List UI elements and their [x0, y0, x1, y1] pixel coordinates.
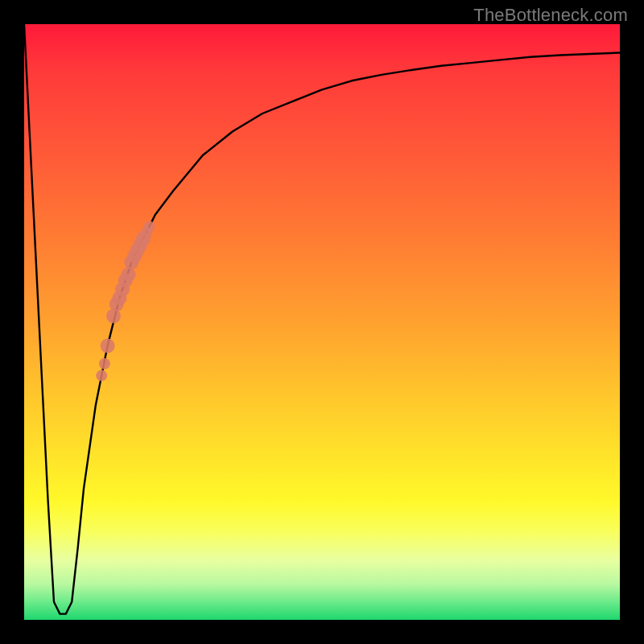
- plot-area: [24, 24, 620, 620]
- scatter-point: [99, 358, 110, 369]
- chart-svg: [24, 24, 620, 620]
- chart-frame: TheBottleneck.com: [0, 0, 644, 644]
- scatter-point: [143, 221, 155, 233]
- scatter-point: [96, 370, 107, 382]
- watermark-text: TheBottleneck.com: [473, 5, 628, 26]
- scatter-point: [101, 339, 115, 353]
